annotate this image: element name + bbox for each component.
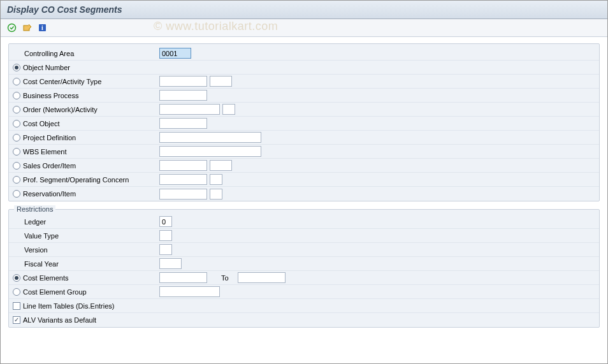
reservation-item-input[interactable] [210,189,222,200]
fiscal-year-input[interactable] [159,258,182,269]
cost-elements-from-input[interactable] [159,272,207,283]
reservation-item-radio[interactable] [13,190,20,198]
business-process-input[interactable] [159,90,207,101]
cost-element-group-input[interactable] [159,286,220,297]
cost-elements-label: Cost Elements [23,274,69,282]
version-input[interactable] [159,244,172,255]
cost-center-input[interactable] [159,76,207,87]
value-type-input[interactable] [159,230,172,241]
order-network-input[interactable] [159,104,220,115]
controlling-area-input[interactable] [159,48,191,59]
ledger-label: Ledger [13,218,159,226]
svg-rect-1 [24,25,29,31]
project-definition-label: Project Definition [23,134,76,142]
project-definition-input[interactable] [159,132,261,143]
line-item-tables-checkbox[interactable] [13,302,20,310]
reservation-input[interactable] [159,189,207,200]
operating-concern-input[interactable] [210,174,222,185]
line-item-tables-label: Line Item Tables (Dis.Entries) [23,302,114,310]
object-number-label: Object Number [23,64,70,71]
prof-segment-input[interactable] [159,174,207,185]
project-definition-radio[interactable] [13,134,20,142]
order-network-label: Order (Network)/Activity [23,106,98,113]
info-icon[interactable]: i [36,22,48,34]
svg-point-0 [8,24,15,32]
alv-variants-label: ALV Variants as Default [23,316,96,324]
activity-input[interactable] [222,104,235,115]
prof-segment-radio[interactable] [13,176,20,184]
execute-icon[interactable] [6,22,17,34]
value-type-label: Value Type [13,232,159,240]
cost-center-activity-radio[interactable] [13,78,20,85]
sales-item-input[interactable] [210,160,232,171]
wbs-element-radio[interactable] [13,148,20,156]
cost-elements-radio[interactable] [13,274,20,282]
controlling-area-label: Controlling Area [13,50,159,57]
ledger-input[interactable] [159,216,172,227]
cost-element-group-label: Cost Element Group [23,288,87,296]
cost-object-label: Cost Object [23,120,59,127]
sales-order-item-radio[interactable] [13,162,20,170]
cost-elements-to-input[interactable] [238,272,286,283]
activity-type-input[interactable] [210,76,232,87]
restrictions-title: Restrictions [14,205,55,213]
business-process-radio[interactable] [13,92,20,99]
to-label: To [221,274,229,282]
sales-order-item-label: Sales Order/Item [23,162,76,170]
order-network-radio[interactable] [13,106,20,113]
cost-element-group-radio[interactable] [13,288,20,296]
toolbar: i [1,19,607,37]
restrictions-panel: Restrictions Ledger Value Type Version F… [8,209,600,328]
cost-object-radio[interactable] [13,120,20,127]
fiscal-year-label: Fiscal Year [13,260,159,268]
prof-segment-label: Prof. Segment/Operating Concern [23,176,129,184]
cost-object-input[interactable] [159,118,207,129]
business-process-label: Business Process [23,92,78,99]
cost-center-activity-label: Cost Center/Activity Type [23,78,101,85]
alv-variants-checkbox[interactable]: ✓ [13,316,20,324]
version-label: Version [13,246,159,254]
get-variant-icon[interactable] [21,22,33,34]
object-number-radio[interactable] [13,64,20,71]
reservation-item-label: Reservation/Item [23,190,76,198]
page-title: Display CO Cost Segments [1,1,607,19]
object-selection-panel: Controlling Area Object Number Cost Cent… [8,43,600,201]
wbs-element-label: WBS Element [23,148,66,156]
svg-text:i: i [41,24,43,31]
sales-order-input[interactable] [159,160,207,171]
wbs-element-input[interactable] [159,146,261,157]
